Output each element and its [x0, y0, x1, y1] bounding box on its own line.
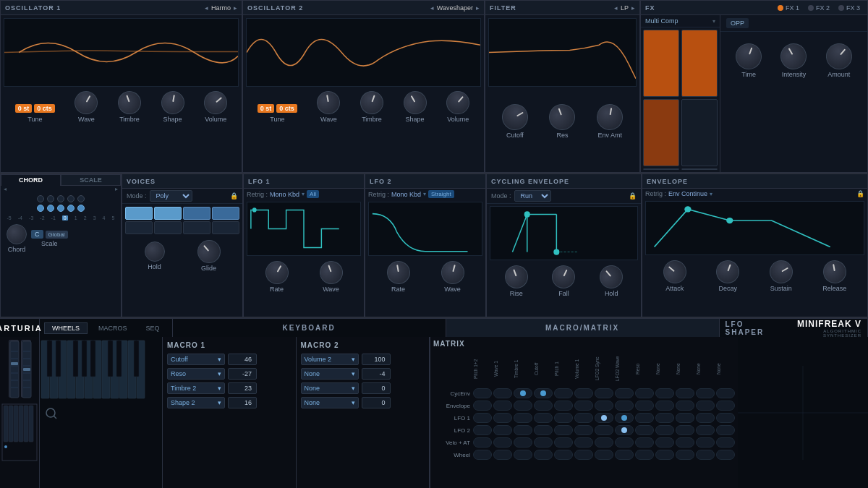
matrix-cell-1-6[interactable]: [595, 401, 613, 411]
chord-dot-3[interactable]: [57, 195, 64, 202]
voice-cell-7[interactable]: [183, 221, 210, 234]
macro2-value-2[interactable]: -4: [362, 368, 391, 380]
macro1-value-2[interactable]: -27: [228, 368, 257, 380]
macro2-target-3[interactable]: None ▾: [301, 382, 359, 394]
chord-global[interactable]: Global: [46, 231, 68, 239]
chord-prev[interactable]: ◂: [4, 186, 7, 192]
chord-knob[interactable]: [7, 224, 27, 244]
matrix-cell-2-8[interactable]: [635, 413, 654, 423]
macro2-value-4[interactable]: 0: [362, 397, 391, 408]
matrix-cell-4-0[interactable]: [473, 437, 492, 448]
macro1-target-1[interactable]: Cutoff ▾: [167, 354, 225, 365]
wheel-2[interactable]: [21, 340, 31, 398]
fx-cell-1[interactable]: [643, 30, 679, 97]
voice-cell-8[interactable]: [212, 221, 239, 234]
matrix-cell-5-4[interactable]: [554, 450, 573, 460]
piano-keys[interactable]: [40, 337, 162, 488]
voice-cell-4[interactable]: [212, 207, 239, 220]
matrix-cell-2-0[interactable]: [473, 413, 492, 423]
fx1-tab[interactable]: FX 1: [775, 4, 802, 12]
osc2-nav[interactable]: ◂ Waveshaper ▸: [430, 4, 480, 12]
matrix-cell-1-5[interactable]: [574, 401, 593, 411]
macro1-target-4[interactable]: Shape 2 ▾: [167, 397, 225, 408]
matrix-cell-2-4[interactable]: [554, 413, 573, 423]
lfo2-wave-knob[interactable]: [438, 258, 467, 286]
matrix-cell-4-8[interactable]: [635, 437, 654, 448]
chord-dot-8[interactable]: [57, 205, 64, 212]
osc2-volume-knob[interactable]: [442, 86, 475, 119]
matrix-cell-5-3[interactable]: [534, 450, 553, 460]
voice-cell-1[interactable]: [125, 207, 153, 220]
matrix-cell-1-9[interactable]: [655, 401, 674, 411]
env-sustain-knob[interactable]: [765, 256, 797, 288]
matrix-cell-2-3[interactable]: [534, 413, 553, 423]
matrix-cell-3-5[interactable]: [574, 425, 593, 435]
filter-cutoff-knob[interactable]: [497, 99, 532, 134]
matrix-cell-0-0[interactable]: [473, 388, 492, 398]
matrix-cell-5-11[interactable]: [696, 450, 715, 460]
matrix-cell-0-3[interactable]: [534, 388, 553, 398]
cycling-lock-icon[interactable]: 🔒: [629, 192, 637, 200]
macro2-value-3[interactable]: 0: [362, 382, 391, 394]
matrix-cell-1-10[interactable]: [676, 401, 694, 411]
matrix-cell-2-7[interactable]: [615, 413, 634, 423]
fx-cell-3[interactable]: [643, 99, 679, 166]
matrix-cell-0-1[interactable]: [493, 388, 512, 398]
matrix-cell-2-6[interactable]: [595, 413, 613, 423]
matrix-cell-0-12[interactable]: [716, 388, 735, 398]
matrix-cell-0-7[interactable]: [615, 388, 634, 398]
osc1-shape-knob[interactable]: [159, 89, 186, 116]
matrix-cell-3-6[interactable]: [595, 425, 613, 435]
matrix-cell-0-10[interactable]: [676, 388, 694, 398]
osc2-wave-knob[interactable]: [315, 89, 342, 116]
cycling-fall-knob[interactable]: [548, 262, 579, 293]
lfo1-rate-knob[interactable]: [261, 257, 293, 288]
matrix-cell-4-9[interactable]: [655, 437, 674, 448]
matrix-cell-5-0[interactable]: [473, 450, 492, 460]
matrix-cell-5-6[interactable]: [595, 450, 613, 460]
chord-dot-9[interactable]: [67, 205, 75, 212]
matrix-cell-3-2[interactable]: [514, 425, 532, 435]
osc1-prev[interactable]: ◂: [205, 4, 208, 12]
matrix-cell-1-2[interactable]: [514, 401, 532, 411]
fx-amount-knob[interactable]: [820, 38, 857, 75]
macro2-value-1[interactable]: 100: [362, 354, 391, 365]
osc2-next[interactable]: ▸: [476, 4, 480, 12]
matrix-cell-5-7[interactable]: [615, 450, 634, 460]
matrix-cell-0-8[interactable]: [635, 388, 654, 398]
voices-lock-icon[interactable]: 🔒: [230, 192, 238, 200]
env-attack-knob[interactable]: [658, 255, 691, 288]
chord-dot-7[interactable]: [47, 205, 54, 212]
matrix-cell-4-6[interactable]: [595, 437, 613, 448]
fx-presets-select[interactable]: OPP: [726, 18, 749, 28]
matrix-cell-3-3[interactable]: [534, 425, 553, 435]
env-decay-knob[interactable]: [713, 257, 743, 286]
matrix-cell-0-4[interactable]: [554, 388, 573, 398]
chord-dot-2[interactable]: [47, 195, 54, 202]
matrix-cell-4-10[interactable]: [676, 437, 694, 448]
matrix-cell-3-4[interactable]: [554, 425, 573, 435]
matrix-cell-3-12[interactable]: [716, 425, 735, 435]
matrix-cell-2-12[interactable]: [716, 413, 735, 423]
matrix-cell-4-12[interactable]: [716, 437, 735, 448]
matrix-cell-4-7[interactable]: [615, 437, 634, 448]
macro1-target-2[interactable]: Reso ▾: [167, 368, 225, 380]
matrix-cell-2-9[interactable]: [655, 413, 674, 423]
fx-time-knob[interactable]: [732, 40, 765, 73]
macros-tab[interactable]: MACROS: [90, 322, 135, 334]
matrix-cell-4-5[interactable]: [574, 437, 593, 448]
lfo2-rate-knob[interactable]: [385, 259, 412, 286]
matrix-cell-3-7[interactable]: [615, 425, 634, 435]
macro1-target-3[interactable]: Timbre 2 ▾: [167, 382, 225, 394]
wheels-tab[interactable]: WHEELS: [44, 322, 88, 334]
voices-hold-knob[interactable]: [145, 241, 165, 262]
envelope-dropdown-icon[interactable]: ▾: [710, 191, 712, 197]
cycling-mode-select[interactable]: Run Hold Loop: [514, 190, 551, 202]
matrix-cell-3-0[interactable]: [473, 425, 492, 435]
env-release-knob[interactable]: [821, 258, 848, 285]
matrix-cell-0-9[interactable]: [655, 388, 674, 398]
osc1-timbre-knob[interactable]: [115, 87, 145, 117]
matrix-cell-1-7[interactable]: [615, 401, 634, 411]
matrix-cell-1-4[interactable]: [554, 401, 573, 411]
chord-dot-5[interactable]: [77, 195, 85, 202]
